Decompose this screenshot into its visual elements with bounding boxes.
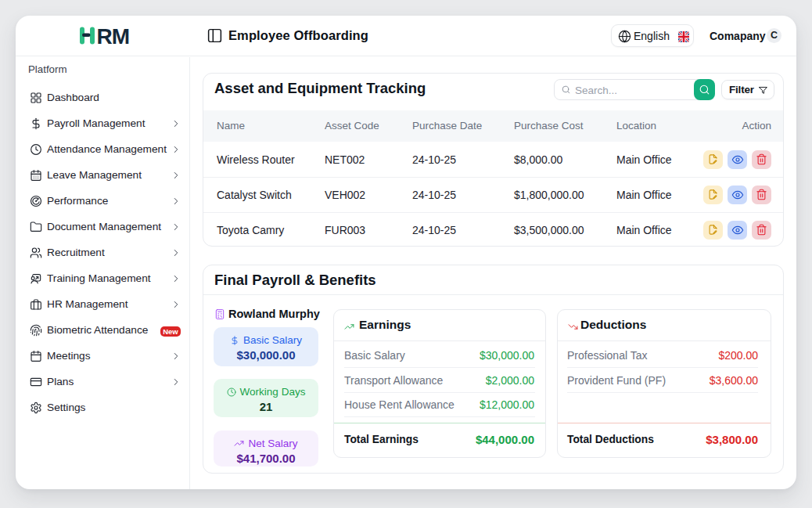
svg-text:RM: RM <box>97 27 130 45</box>
